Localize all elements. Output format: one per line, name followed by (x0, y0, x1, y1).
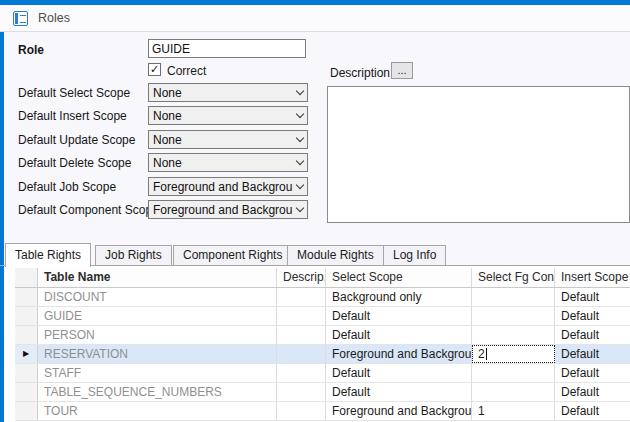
chevron-down-icon (293, 91, 307, 94)
cell-description[interactable] (277, 345, 326, 363)
default-job-scope-dropdown[interactable]: Foreground and Background (148, 177, 308, 196)
default-update-scope-dropdown[interactable]: None (148, 130, 308, 149)
text-caret (486, 348, 487, 360)
column-header-select[interactable]: Select Scope (326, 268, 472, 287)
table-name-text: TOUR (44, 404, 78, 418)
table-name-text: TABLE_SEQUENCE_NUMBERS (44, 385, 222, 399)
cell-insert-scope[interactable]: Default (555, 364, 630, 382)
table-rights-panel: Table NameDescrip...Select ScopeSelect F… (4, 266, 630, 422)
cell-description[interactable] (277, 402, 326, 420)
cell-table-name[interactable]: RESERVATION (38, 345, 277, 363)
cell-insert-scope[interactable]: Default (555, 326, 630, 344)
correct-checkbox[interactable]: ✓ (148, 63, 161, 76)
row-header-cell[interactable]: ▶ (15, 345, 38, 363)
cell-select-fg-cond[interactable] (472, 383, 555, 401)
table-name-text: DISCOUNT (44, 290, 107, 304)
cell-select-scope[interactable]: Default (326, 307, 472, 325)
chevron-down-icon (293, 138, 307, 141)
cell-insert-scope[interactable]: Default (555, 307, 630, 325)
table-name-text: GUIDE (44, 309, 82, 323)
default-update-scope-label: Default Update Scope (18, 133, 135, 147)
default-select-scope-value: None (153, 86, 293, 100)
cell-insert-scope[interactable]: Default (555, 345, 630, 363)
chevron-down-icon (293, 161, 307, 164)
default-delete-scope-value: None (153, 156, 293, 170)
cell-table-name[interactable]: PERSON (38, 326, 277, 344)
column-header-fg[interactable]: Select Fg Cond... (472, 268, 555, 287)
chevron-down-icon (293, 114, 307, 117)
cell-select-fg-cond[interactable] (472, 288, 555, 306)
table-row[interactable]: TABLE_SEQUENCE_NUMBERSDefaultDefault (15, 383, 630, 402)
column-header-desc[interactable]: Descrip... (277, 268, 326, 287)
tab-table-rights[interactable]: Table Rights (5, 243, 91, 267)
column-header-insert[interactable]: Insert Scope (555, 268, 630, 287)
default-insert-scope-dropdown[interactable]: None (148, 106, 308, 125)
row-header-cell[interactable] (15, 288, 38, 306)
cell-table-name[interactable]: GUIDE (38, 307, 277, 325)
table-row[interactable]: TOURForeground and Background1Default (15, 402, 630, 421)
cell-select-fg-cond[interactable]: 2 (472, 345, 555, 363)
description-label: Description (330, 66, 390, 80)
cell-insert-scope[interactable]: Default (555, 383, 630, 401)
row-header-cell[interactable] (15, 402, 38, 420)
check-icon: ✓ (150, 63, 159, 75)
role-input[interactable] (148, 39, 306, 58)
cell-table-name[interactable]: TOUR (38, 402, 277, 420)
cell-select-scope[interactable]: Background only (326, 288, 472, 306)
role-label: Role (18, 43, 44, 57)
cell-select-fg-cond[interactable] (472, 307, 555, 325)
row-header-cell[interactable] (15, 383, 38, 401)
default-component-scope-value: Foreground and Background (153, 203, 293, 217)
row-header-cell[interactable] (15, 364, 38, 382)
cell-description[interactable] (277, 288, 326, 306)
correct-checkbox-label: Correct (167, 64, 206, 78)
table-row[interactable]: PERSONDefaultDefault (15, 326, 630, 345)
cell-description[interactable] (277, 383, 326, 401)
cell-select-fg-cond[interactable] (472, 364, 555, 382)
tab-job-rights[interactable]: Job Rights (95, 245, 172, 266)
tab-module-rights[interactable]: Module Rights (287, 245, 384, 266)
window-title: Roles (38, 11, 70, 25)
roles-form-icon (13, 11, 28, 26)
cell-select-scope[interactable]: Default (326, 326, 472, 344)
cell-description[interactable] (277, 326, 326, 344)
default-component-scope-dropdown[interactable]: Foreground and Background (148, 200, 308, 219)
row-header-cell[interactable] (15, 326, 38, 344)
current-row-arrow-icon: ▶ (23, 350, 29, 358)
column-header-name[interactable]: Table Name (38, 268, 277, 287)
cell-select-scope[interactable]: Foreground and Background (326, 402, 472, 420)
cell-insert-scope[interactable]: Default (555, 402, 630, 420)
default-insert-scope-value: None (153, 109, 293, 123)
tabstrip: Table RightsJob RightsComponent RightsMo… (4, 243, 630, 266)
description-textarea[interactable] (327, 86, 630, 223)
cell-select-scope[interactable]: Foreground and Background (326, 345, 472, 363)
default-update-scope-value: None (153, 133, 293, 147)
default-delete-scope-label: Default Delete Scope (18, 156, 131, 170)
row-header-corner (15, 268, 38, 287)
description-ellipsis-button[interactable]: ... (391, 62, 413, 79)
cell-table-name[interactable]: TABLE_SEQUENCE_NUMBERS (38, 383, 277, 401)
default-insert-scope-label: Default Insert Scope (18, 109, 127, 123)
default-delete-scope-dropdown[interactable]: None (148, 153, 308, 172)
table-row[interactable]: ▶RESERVATIONForeground and Background2De… (15, 345, 630, 364)
tab-component-rights[interactable]: Component Rights (173, 245, 292, 266)
cell-select-scope[interactable]: Default (326, 383, 472, 401)
cell-description[interactable] (277, 364, 326, 382)
default-component-scope-label: Default Component Scope (18, 203, 159, 217)
table-row[interactable]: GUIDEDefaultDefault (15, 307, 630, 326)
tab-log-info[interactable]: Log Info (383, 245, 446, 266)
cell-table-name[interactable]: STAFF (38, 364, 277, 382)
default-select-scope-dropdown[interactable]: None (148, 83, 308, 102)
cell-select-fg-cond[interactable]: 1 (472, 402, 555, 420)
table-row[interactable]: STAFFDefaultDefault (15, 364, 630, 383)
table-row[interactable]: DISCOUNTBackground onlyDefault (15, 288, 630, 307)
cell-insert-scope[interactable]: Default (555, 288, 630, 306)
cell-select-scope[interactable]: Default (326, 364, 472, 382)
chevron-down-icon (293, 208, 307, 211)
row-header-cell[interactable] (15, 307, 38, 325)
default-job-scope-label: Default Job Scope (18, 180, 116, 194)
table-name-text: PERSON (44, 328, 95, 342)
cell-description[interactable] (277, 307, 326, 325)
cell-table-name[interactable]: DISCOUNT (38, 288, 277, 306)
cell-select-fg-cond[interactable] (472, 326, 555, 344)
